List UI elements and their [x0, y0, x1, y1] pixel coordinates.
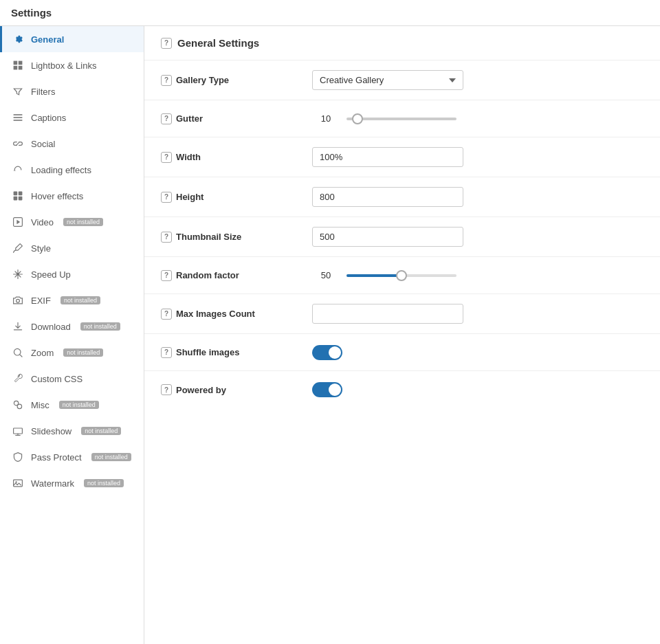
- row-control-gutter: 10: [312, 113, 456, 124]
- input-max-images[interactable]: [312, 304, 463, 324]
- settings-row-shuffle: ?Shuffle images: [144, 334, 660, 371]
- slider-value-gutter: 10: [312, 113, 340, 124]
- help-icon-gallery-type[interactable]: ?: [161, 75, 172, 86]
- sidebar-item-filters[interactable]: Filters: [0, 78, 144, 104]
- slider-value-random-factor: 50: [312, 270, 340, 280]
- lines-icon: [12, 111, 24, 124]
- main-layout: GeneralLightbox & LinksFiltersCaptionsSo…: [0, 26, 660, 644]
- badge-exif: not installed: [60, 296, 100, 304]
- sparkle-icon: [12, 268, 24, 280]
- toggle-knob-shuffle: [329, 346, 341, 359]
- help-icon-gutter[interactable]: ?: [161, 113, 172, 124]
- sidebar-item-social[interactable]: Social: [0, 131, 144, 157]
- svg-rect-9: [14, 197, 18, 201]
- sidebar-item-exif[interactable]: EXIFnot installed: [0, 287, 144, 313]
- sidebar-label-exif: EXIF: [31, 296, 51, 306]
- slider-fill-random-factor: [346, 274, 402, 277]
- sidebar-label-style: Style: [31, 243, 51, 254]
- row-control-max-images: [312, 304, 463, 324]
- toggle-knob-powered-by: [329, 384, 341, 396]
- section-title-label: General Settings: [177, 37, 259, 49]
- sidebar-label-captions: Captions: [31, 113, 66, 123]
- sidebar-item-slideshow[interactable]: Slideshownot installed: [0, 418, 144, 444]
- svg-rect-3: [19, 66, 23, 70]
- sidebar-item-hover[interactable]: Hover effects: [0, 183, 144, 209]
- sidebar-label-general: General: [31, 34, 64, 45]
- slider-track-gutter[interactable]: [346, 118, 456, 120]
- brush-icon: [12, 242, 24, 254]
- label-text-shuffle: Shuffle images: [176, 347, 239, 357]
- row-label-gallery-type: ?Gallery Type: [161, 75, 312, 86]
- camera-icon: [12, 294, 24, 307]
- row-control-random-factor: 50: [312, 270, 456, 280]
- svg-rect-6: [14, 120, 23, 121]
- sidebar-item-speedup[interactable]: Speed Up: [0, 261, 144, 287]
- sidebar-item-general[interactable]: General: [0, 26, 144, 52]
- link-icon: [12, 137, 24, 150]
- help-icon-thumbnail-size[interactable]: ?: [161, 232, 172, 243]
- sidebar-item-passprotect[interactable]: Pass Protectnot installed: [0, 444, 144, 470]
- svg-marker-12: [16, 220, 20, 224]
- slider-thumb-gutter[interactable]: [352, 113, 363, 124]
- settings-row-random-factor: ?Random factor50: [144, 257, 660, 294]
- sidebar-item-misc[interactable]: Miscnot installed: [0, 392, 144, 418]
- sidebar-item-lightbox[interactable]: Lightbox & Links: [0, 52, 144, 78]
- sidebar-item-watermark[interactable]: Watermarknot installed: [0, 470, 144, 496]
- gear-icon: [12, 33, 24, 45]
- settings-row-powered-by: ?Powered by: [144, 371, 660, 408]
- slider-thumb-random-factor[interactable]: [396, 270, 407, 281]
- label-text-gallery-type: Gallery Type: [176, 75, 229, 85]
- badge-misc: not installed: [59, 401, 99, 409]
- badge-zoom: not installed: [63, 348, 103, 357]
- svg-rect-0: [14, 61, 18, 65]
- sidebar-label-hover: Hover effects: [31, 191, 83, 201]
- sidebar-label-watermark: Watermark: [31, 478, 74, 489]
- sidebar-item-download[interactable]: Downloadnot installed: [0, 313, 144, 340]
- sidebar-item-style[interactable]: Style: [0, 235, 144, 261]
- svg-rect-7: [14, 192, 18, 196]
- wrench-icon: [12, 373, 24, 385]
- help-icon-height[interactable]: ?: [161, 192, 172, 203]
- label-text-powered-by: Powered by: [176, 385, 226, 395]
- download-icon: [12, 320, 24, 333]
- play-icon: [12, 216, 24, 228]
- label-text-random-factor: Random factor: [176, 270, 239, 280]
- slider-track-random-factor[interactable]: [346, 274, 456, 277]
- settings-row-width: ?Width: [144, 137, 660, 177]
- svg-rect-18: [14, 428, 23, 434]
- svg-point-17: [17, 404, 21, 408]
- row-control-thumbnail-size: [312, 227, 463, 247]
- help-icon-width[interactable]: ?: [161, 152, 172, 163]
- title-bar-label: Settings: [11, 7, 52, 19]
- input-height[interactable]: [312, 187, 463, 207]
- sidebar-item-customcss[interactable]: Custom CSS: [0, 366, 144, 392]
- input-width[interactable]: [312, 147, 463, 167]
- settings-row-thumbnail-size: ?Thumbnail Size: [144, 217, 660, 257]
- input-thumbnail-size[interactable]: [312, 227, 463, 247]
- row-label-height: ?Height: [161, 192, 312, 203]
- row-label-shuffle: ?Shuffle images: [161, 347, 312, 358]
- svg-rect-8: [19, 192, 23, 196]
- sidebar-item-video[interactable]: Videonot installed: [0, 209, 144, 235]
- help-icon-powered-by[interactable]: ?: [161, 384, 172, 395]
- slider-container-random-factor: 50: [312, 270, 456, 280]
- settings-row-height: ?Height: [144, 177, 660, 217]
- help-icon-max-images[interactable]: ?: [161, 309, 172, 320]
- grid-icon: [12, 59, 24, 71]
- circles-icon: [12, 399, 24, 411]
- svg-rect-1: [19, 61, 23, 65]
- toggle-powered-by[interactable]: [312, 382, 342, 397]
- select-gallery-type[interactable]: Creative GalleryMasonryGridMosaicSlider: [312, 70, 463, 90]
- section-help-icon[interactable]: ?: [161, 38, 172, 49]
- help-icon-random-factor[interactable]: ?: [161, 270, 172, 281]
- toggle-shuffle[interactable]: [312, 345, 342, 360]
- sidebar-label-customcss: Custom CSS: [31, 374, 82, 384]
- row-label-thumbnail-size: ?Thumbnail Size: [161, 232, 312, 243]
- sidebar-item-zoom[interactable]: Zoomnot installed: [0, 340, 144, 366]
- title-bar: Settings: [0, 0, 660, 26]
- svg-point-14: [16, 299, 20, 302]
- sidebar-item-loading[interactable]: Loading effects: [0, 157, 144, 183]
- help-icon-shuffle[interactable]: ?: [161, 347, 172, 358]
- sidebar-item-captions[interactable]: Captions: [0, 104, 144, 131]
- sidebar-label-filters: Filters: [31, 87, 55, 97]
